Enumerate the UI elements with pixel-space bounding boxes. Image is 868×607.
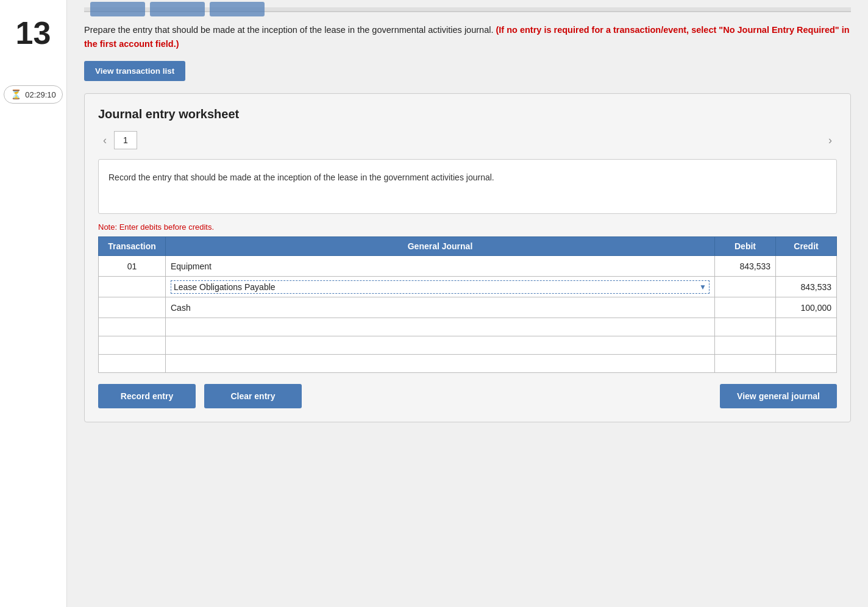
- general-journal-cell: [166, 318, 715, 336]
- table-row: [99, 355, 837, 373]
- view-general-journal-button[interactable]: View general journal: [720, 384, 837, 408]
- transaction-cell: [99, 297, 166, 318]
- nav-btn-2[interactable]: [150, 2, 205, 16]
- general-journal-cell[interactable]: Equipment: [166, 256, 715, 277]
- main-content: Prepare the entry that should be made at…: [67, 0, 868, 607]
- table-header-row: Transaction General Journal Debit Credit: [99, 237, 837, 256]
- credit-cell: [776, 318, 837, 336]
- prev-page-arrow[interactable]: ‹: [98, 133, 112, 148]
- transaction-cell: [99, 277, 166, 297]
- left-sidebar: 13 ⏳ 02:29:10: [0, 0, 67, 607]
- transaction-cell: [99, 355, 166, 373]
- credit-cell: [776, 336, 837, 355]
- worksheet-title: Journal entry worksheet: [98, 107, 837, 121]
- credit-cell: [776, 355, 837, 373]
- header-credit: Credit: [776, 237, 837, 256]
- record-entry-button[interactable]: Record entry: [98, 384, 196, 408]
- credit-cell: 100,000: [776, 297, 837, 318]
- journal-body: 01Equipment843,533Lease Obligations Paya…: [99, 256, 837, 373]
- description-text: Record the entry that should be made at …: [108, 172, 494, 182]
- table-row: [99, 336, 837, 355]
- debit-cell: [715, 318, 776, 336]
- timer-display: 02:29:10: [25, 90, 56, 99]
- transaction-cell: 01: [99, 256, 166, 277]
- nav-btn-1[interactable]: [90, 2, 145, 16]
- debit-cell: [715, 297, 776, 318]
- debit-cell: 843,533: [715, 256, 776, 277]
- problem-text-normal: Prepare the entry that should be made at…: [84, 25, 493, 35]
- note-text: Note: Enter debits before credits.: [98, 222, 837, 232]
- header-general-journal: General Journal: [166, 237, 715, 256]
- general-journal-cell[interactable]: Cash: [166, 297, 715, 318]
- nav-btn-3[interactable]: [210, 2, 265, 16]
- clear-entry-button[interactable]: Clear entry: [204, 384, 302, 408]
- debit-cell: [715, 336, 776, 355]
- general-journal-cell[interactable]: Lease Obligations Payable▼: [166, 277, 715, 297]
- dropdown-cell-inner[interactable]: Lease Obligations Payable▼: [171, 280, 710, 294]
- transaction-cell: [99, 336, 166, 355]
- general-journal-cell: [166, 336, 715, 355]
- table-row: Cash100,000: [99, 297, 837, 318]
- credit-cell: 843,533: [776, 277, 837, 297]
- worksheet-container: Journal entry worksheet ‹ 1 › Record the…: [84, 93, 851, 422]
- table-row: [99, 318, 837, 336]
- view-transaction-button[interactable]: View transaction list: [84, 61, 185, 81]
- question-number: 13: [16, 17, 51, 49]
- pagination-right: ›: [140, 133, 837, 148]
- debit-cell: [715, 355, 776, 373]
- top-nav-strip: [84, 7, 851, 12]
- timer-icon: ⏳: [10, 89, 22, 100]
- dropdown-arrow-icon[interactable]: ▼: [699, 283, 706, 291]
- header-transaction: Transaction: [99, 237, 166, 256]
- table-row: 01Equipment843,533: [99, 256, 837, 277]
- header-debit: Debit: [715, 237, 776, 256]
- debit-cell: [715, 277, 776, 297]
- credit-cell: [776, 256, 837, 277]
- buttons-row: Record entry Clear entry View general jo…: [98, 384, 837, 408]
- gj-cell-text: Lease Obligations Payable: [174, 282, 276, 292]
- table-row: Lease Obligations Payable▼843,533: [99, 277, 837, 297]
- pagination-row: ‹ 1 ›: [98, 131, 837, 149]
- transaction-cell: [99, 318, 166, 336]
- timer-box: ⏳ 02:29:10: [4, 85, 63, 104]
- journal-table: Transaction General Journal Debit Credit…: [98, 236, 837, 373]
- next-page-arrow[interactable]: ›: [824, 133, 837, 148]
- problem-text: Prepare the entry that should be made at…: [84, 23, 851, 51]
- description-box: Record the entry that should be made at …: [98, 159, 837, 214]
- current-page: 1: [114, 131, 137, 149]
- problem-section: Prepare the entry that should be made at…: [84, 23, 851, 93]
- general-journal-cell: [166, 355, 715, 373]
